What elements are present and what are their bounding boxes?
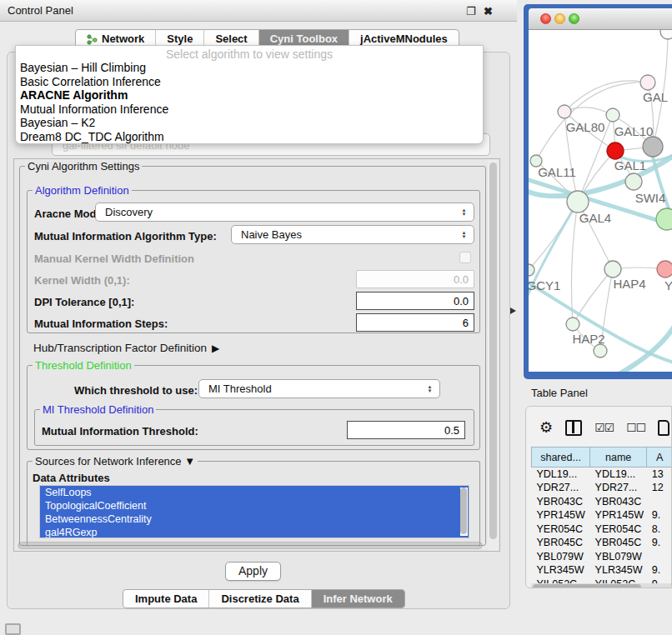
collapse-arrow-icon: ▼: [184, 455, 195, 468]
algorithm-item[interactable]: ARACNE Algorithm: [16, 88, 483, 102]
network-window-titlebar[interactable]: [529, 8, 672, 30]
network-node[interactable]: [625, 173, 642, 190]
network-view-window: GALGAL80GAL10GAL1GAL11SWI4GAL4GCY1HAP4YH…: [524, 4, 672, 379]
sources-title[interactable]: Sources for Network Inference ▼: [33, 455, 198, 468]
manual-kernel-width-checkbox[interactable]: [459, 252, 471, 263]
tab-discretize-data[interactable]: Discretize Data: [209, 590, 311, 608]
minimized-panel-icon[interactable]: [5, 623, 21, 635]
select-all-checkboxes-icon[interactable]: ☑☑: [594, 421, 614, 434]
mi-threshold-input[interactable]: 0.5: [347, 421, 465, 439]
tab-impute-data[interactable]: Impute Data: [123, 590, 209, 608]
table-row[interactable]: YPR145WYPR145W9.: [532, 508, 672, 522]
attribute-item[interactable]: gal4RGexp: [40, 526, 469, 538]
algorithm-item[interactable]: Mutual Information Inference: [16, 102, 483, 117]
aracne-mode-combo[interactable]: Discovery ▲▼: [95, 202, 474, 222]
network-node[interactable]: [643, 137, 663, 157]
table-row[interactable]: YDR27...YDR27...12: [532, 481, 672, 495]
hub-definition-expander[interactable]: Hub/Transcription Factor Definition▶: [33, 342, 219, 354]
algorithm-item[interactable]: Bayesian – K2: [16, 116, 483, 130]
mi-threshold-label: Mutual Information Threshold:: [42, 425, 198, 438]
attributes-scrollbar[interactable]: [460, 488, 468, 536]
close-traffic-light-icon[interactable]: [540, 13, 551, 24]
network-icon: [87, 34, 98, 45]
threshold-definition-group: Threshold Definition Which threshold to …: [27, 365, 480, 450]
network-node[interactable]: [566, 318, 579, 331]
mi-algorithm-type-combo[interactable]: Naive Bayes ▲▼: [231, 225, 474, 244]
attribute-item[interactable]: SelfLoops: [40, 486, 469, 499]
attribute-item[interactable]: TopologicalCoefficient: [40, 499, 469, 512]
network-node[interactable]: [567, 191, 589, 212]
bottom-tabs: Impute Data Discretize Data Infer Networ…: [123, 589, 405, 608]
combo-stepper-icon: ▲▼: [459, 205, 469, 219]
column-header[interactable]: A: [647, 448, 672, 468]
node-label: GAL1: [614, 158, 646, 172]
deselect-all-checkboxes-icon[interactable]: ☐☐: [626, 421, 645, 434]
node-label: Y: [664, 278, 672, 292]
node-label: GAL: [643, 90, 668, 104]
table-horizontal-scrollbar[interactable]: [531, 583, 672, 588]
network-edge[interactable]: [564, 108, 613, 115]
node-label: HAP2: [572, 332, 604, 346]
which-threshold-combo[interactable]: MI Threshold ▲▼: [198, 379, 440, 398]
network-node[interactable]: [657, 261, 672, 278]
table-row[interactable]: YDL19...YDL19...13: [532, 468, 672, 482]
cyni-algorithm-settings-group: Cyni Algorithm Settings Algorithm Defini…: [19, 166, 486, 546]
mi-steps-label: Mutual Information Steps:: [34, 318, 168, 330]
control-panel-title: Control Panel: [8, 4, 73, 17]
algorithm-item[interactable]: Bayesian – Hill Climbing: [16, 61, 483, 75]
apply-button[interactable]: Apply: [225, 562, 281, 581]
cyni-algorithm-settings-title: Cyni Algorithm Settings: [25, 160, 142, 172]
node-label: GAL10: [614, 124, 654, 138]
dpi-tolerance-label: DPI Tolerance [0,1]:: [34, 296, 134, 308]
network-node[interactable]: [606, 108, 619, 122]
table-panel: ⚙ ☑☑ ☐☐ shared...nameA YDL19...YDL19...1…: [525, 406, 672, 588]
network-edge[interactable]: [571, 202, 578, 324]
table-row[interactable]: YBR045CYBR045C9.: [532, 536, 672, 550]
data-attributes-label: Data Attributes: [33, 472, 110, 484]
network-node[interactable]: [594, 344, 607, 358]
mi-algorithm-type-label: Mutual Information Algorithm Type:: [34, 230, 217, 242]
algorithm-item[interactable]: Dream8 DC_TDC Algorithm: [16, 130, 483, 144]
settings-scroll-area: Cyni Algorithm Settings Algorithm Defini…: [13, 158, 500, 552]
sources-group: Sources for Network Inference ▼ Data Att…: [27, 461, 480, 547]
network-node[interactable]: [640, 75, 655, 90]
algorithm-prompt: Select algorithm to view settings: [16, 46, 483, 61]
network-node[interactable]: [656, 208, 672, 230]
column-header[interactable]: shared...: [532, 448, 590, 468]
network-node[interactable]: [529, 264, 534, 276]
table-row[interactable]: YER054CYER054C8.: [532, 522, 672, 537]
node-label: HAP4: [613, 277, 645, 291]
control-panel-titlebar: Control Panel ❐ ✖: [0, 0, 517, 22]
settings-vertical-scrollbar[interactable]: [488, 160, 499, 552]
table-row[interactable]: YLR345WYLR345W9.: [532, 563, 672, 578]
gear-icon[interactable]: ⚙: [539, 418, 553, 437]
combo-stepper-icon: ▲▼: [459, 228, 469, 242]
close-window-icon[interactable]: ✖: [484, 5, 493, 18]
tab-infer-network[interactable]: Infer Network: [312, 590, 404, 608]
network-canvas[interactable]: GALGAL80GAL10GAL1GAL11SWI4GAL4GCY1HAP4YH…: [529, 30, 672, 372]
zoom-traffic-light-icon[interactable]: [569, 13, 579, 24]
columns-icon[interactable]: [565, 420, 582, 436]
dpi-tolerance-input[interactable]: 0.0: [356, 292, 474, 310]
algorithm-item[interactable]: Basic Correlation Inference: [16, 75, 483, 89]
network-node[interactable]: [660, 30, 672, 39]
node-label: SWI4: [635, 191, 666, 205]
column-header[interactable]: name: [590, 448, 647, 468]
minimize-traffic-light-icon[interactable]: [554, 13, 565, 24]
kernel-width-input[interactable]: 0.0: [356, 270, 474, 288]
node-label: GAL80: [566, 120, 605, 134]
network-edge-highlighted[interactable]: [620, 322, 672, 372]
network-node[interactable]: [607, 142, 624, 159]
export-table-icon[interactable]: [658, 420, 669, 436]
attribute-item[interactable]: BetweennessCentrality: [40, 512, 469, 526]
manual-kernel-width-label: Manual Kernel Width Definition: [34, 252, 194, 265]
table-row[interactable]: YBL079WYBL079W: [532, 550, 672, 564]
mi-steps-input[interactable]: 6: [356, 313, 474, 332]
table-panel-strip: Table Panel: [519, 382, 672, 403]
network-node[interactable]: [604, 261, 621, 278]
float-window-icon[interactable]: ❐: [466, 5, 476, 18]
mi-threshold-definition-group: MI Threshold Definition Mutual Informati…: [34, 409, 474, 446]
network-node[interactable]: [558, 105, 571, 118]
data-attributes-list: SelfLoopsTopologicalCoefficientBetweenne…: [39, 485, 469, 538]
table-row[interactable]: YBR043CYBR043C: [532, 495, 672, 509]
